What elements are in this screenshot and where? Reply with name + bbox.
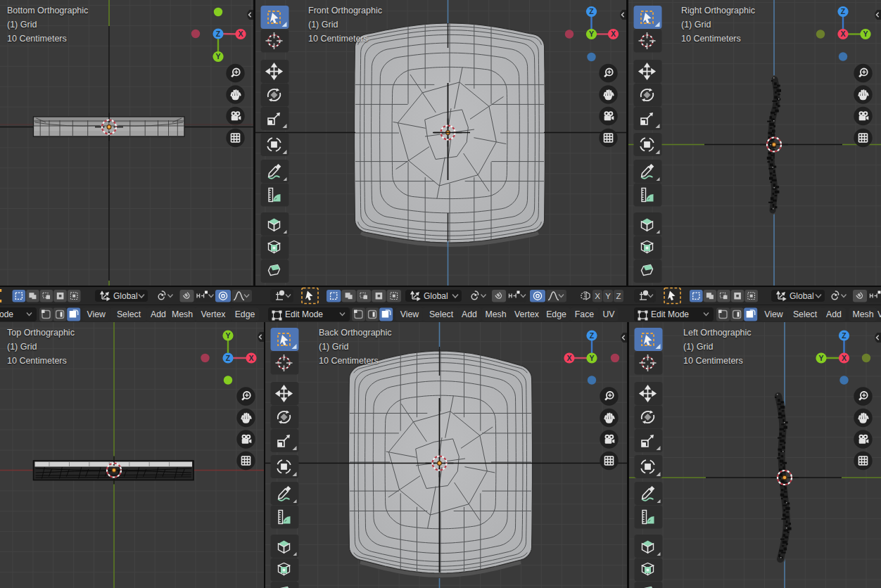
- svg-text:Edit Mode: Edit Mode: [285, 309, 323, 319]
- svg-text:Face: Face: [575, 309, 594, 319]
- svg-text:Select: Select: [793, 309, 818, 319]
- svg-text:Mesh: Mesh: [852, 309, 873, 319]
- svg-text:Edit Mode: Edit Mode: [651, 309, 689, 319]
- svg-text:View: View: [400, 309, 419, 319]
- svg-text:View: View: [87, 309, 106, 319]
- svg-text:Edge: Edge: [235, 309, 255, 319]
- svg-text:Global: Global: [790, 291, 814, 301]
- svg-text:Vertex: Vertex: [201, 309, 227, 319]
- svg-text:UV: UV: [602, 309, 615, 319]
- svg-text:Mesh: Mesh: [485, 309, 506, 319]
- svg-text:ode: ode: [0, 309, 13, 319]
- svg-text:Edge: Edge: [546, 309, 566, 319]
- svg-text:Global: Global: [424, 291, 448, 301]
- svg-text:V: V: [877, 309, 881, 319]
- svg-text:Add: Add: [826, 309, 842, 319]
- svg-text:Vertex: Vertex: [514, 309, 540, 319]
- svg-text:Add: Add: [462, 309, 477, 319]
- svg-text:Z: Z: [616, 292, 621, 300]
- svg-text:Global: Global: [113, 291, 138, 301]
- svg-text:X: X: [595, 292, 600, 300]
- svg-text:View: View: [764, 309, 783, 319]
- svg-text:Add: Add: [151, 309, 166, 319]
- svg-text:Select: Select: [429, 309, 454, 319]
- svg-text:Mesh: Mesh: [172, 309, 193, 319]
- svg-text:Select: Select: [117, 309, 141, 319]
- svg-text:Y: Y: [605, 292, 611, 300]
